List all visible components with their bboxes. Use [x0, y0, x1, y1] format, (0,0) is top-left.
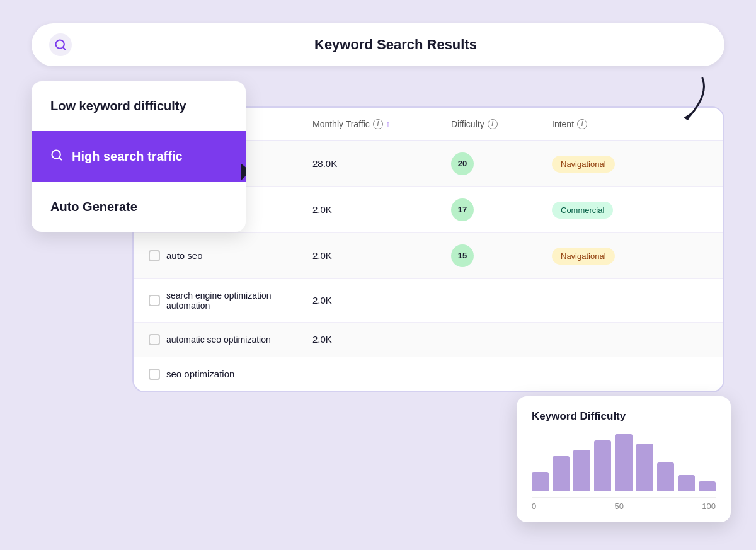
- intent-cell: Navigational: [552, 158, 665, 169]
- kd-bar: [678, 475, 695, 491]
- search-bar: Keyword Search Results: [32, 23, 724, 66]
- keyword-text: seo optimization: [166, 369, 234, 379]
- dropdown-item-auto-generate[interactable]: Auto Generate: [32, 182, 246, 232]
- intent-cell: Navigational: [552, 250, 665, 261]
- keyword-cell: automatic seo optimization: [149, 334, 312, 345]
- difficulty-cell: 20: [451, 152, 552, 175]
- svg-marker-2: [684, 112, 693, 120]
- page-title: Keyword Search Results: [84, 37, 707, 53]
- axis-label-0: 0: [532, 501, 536, 511]
- arrow-indicator: [655, 75, 712, 128]
- kd-chart-title: Keyword Difficulty: [532, 410, 716, 423]
- kd-bar: [636, 444, 653, 491]
- kd-bar: [699, 481, 716, 491]
- keyword-difficulty-chart: Keyword Difficulty 0 50 100: [517, 396, 731, 522]
- intent-badge: Commercial: [552, 202, 613, 219]
- kd-bar: [594, 440, 611, 491]
- search-icon: [49, 33, 72, 56]
- traffic-cell: 2.0K: [312, 204, 451, 215]
- dropdown-item-high-search-traffic[interactable]: High search traffic: [32, 131, 246, 182]
- intent-badge: Navigational: [552, 156, 615, 173]
- keyword-text: search engine optimization automation: [166, 290, 312, 311]
- table-row: auto seo 2.0K 15 Navigational: [134, 233, 723, 279]
- cursor-pointer: [241, 163, 246, 188]
- row-checkbox[interactable]: [149, 369, 160, 380]
- dropdown-item-label: Auto Generate: [50, 200, 137, 214]
- kd-bars: [532, 434, 716, 491]
- table-row: seo optimization: [134, 357, 723, 391]
- keyword-cell: seo optimization: [149, 369, 312, 380]
- difficulty-badge: 15: [451, 244, 474, 267]
- kd-bar: [657, 462, 674, 491]
- dropdown-menu: Low keyword difficulty High search traff…: [32, 81, 246, 232]
- difficulty-cell: 17: [451, 198, 552, 221]
- difficulty-cell: 15: [451, 244, 552, 267]
- column-header-intent: Intent i: [552, 119, 665, 129]
- svg-marker-5: [241, 163, 246, 184]
- keyword-text: automatic seo optimization: [166, 335, 271, 345]
- difficulty-badge: 17: [451, 198, 474, 221]
- kd-bar: [615, 434, 632, 491]
- kd-bar: [553, 456, 570, 491]
- axis-label-100: 100: [702, 501, 716, 511]
- traffic-cell: 2.0K: [312, 250, 451, 261]
- row-checkbox[interactable]: [149, 250, 160, 261]
- table-row: automatic seo optimization 2.0K: [134, 323, 723, 357]
- column-header-difficulty: Difficulty i: [451, 119, 552, 129]
- sort-icon[interactable]: ↑: [386, 120, 390, 129]
- content-area: Low keyword difficulty High search traff…: [32, 81, 724, 510]
- difficulty-badge: 20: [451, 152, 474, 175]
- kd-bar: [532, 472, 549, 491]
- traffic-cell: 2.0K: [312, 295, 451, 306]
- keyword-cell: auto seo: [149, 250, 312, 261]
- intent-cell: Commercial: [552, 204, 665, 215]
- keyword-cell: search engine optimization automation: [149, 290, 312, 311]
- traffic-info-icon[interactable]: i: [373, 119, 383, 129]
- keyword-text: auto seo: [166, 250, 203, 261]
- dropdown-item-label: Low keyword difficulty: [50, 99, 186, 113]
- traffic-cell: 28.0K: [312, 158, 451, 169]
- difficulty-info-icon[interactable]: i: [488, 119, 498, 129]
- table-row: search engine optimization automation 2.…: [134, 279, 723, 323]
- row-checkbox[interactable]: [149, 295, 160, 306]
- traffic-cell: 2.0K: [312, 334, 451, 345]
- search-icon-active: [50, 149, 63, 164]
- svg-line-1: [63, 47, 66, 49]
- intent-info-icon[interactable]: i: [577, 119, 587, 129]
- intent-badge: Navigational: [552, 248, 615, 265]
- column-header-traffic: Monthly Traffic i ↑: [312, 119, 451, 129]
- row-checkbox[interactable]: [149, 334, 160, 345]
- kd-bar: [573, 450, 590, 491]
- kd-axis: 0 50 100: [532, 497, 716, 511]
- dropdown-item-low-keyword-difficulty[interactable]: Low keyword difficulty: [32, 81, 246, 131]
- svg-line-4: [59, 157, 62, 159]
- dropdown-item-label: High search traffic: [72, 149, 183, 164]
- main-container: Keyword Search Results Low keyword diffi…: [32, 23, 724, 527]
- axis-label-50: 50: [615, 501, 624, 511]
